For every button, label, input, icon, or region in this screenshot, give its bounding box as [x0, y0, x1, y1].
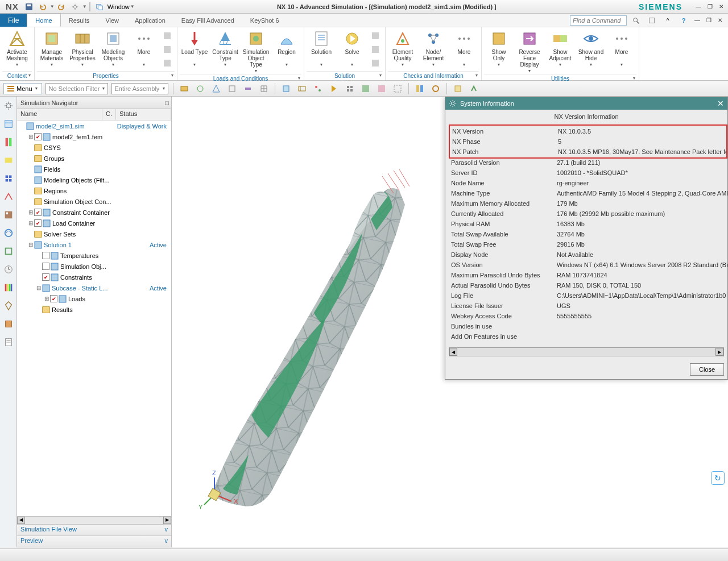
toolbar-icon[interactable] — [375, 82, 388, 95]
toolbar-icon[interactable] — [429, 82, 442, 95]
solve[interactable]: Solve▼ — [337, 28, 367, 68]
restore-button[interactable]: ❐ — [705, 3, 714, 11]
pin-icon[interactable]: □ — [165, 99, 169, 106]
tree-row[interactable]: Modeling Objects (Filt... — [17, 174, 171, 185]
tree-row[interactable]: Temperatures — [17, 250, 171, 261]
simulation-object-type[interactable]: Simulation Object Type▼ — [241, 28, 271, 74]
tab-easy-fill[interactable]: Easy Fill Advanced — [173, 14, 242, 27]
redo-icon[interactable] — [56, 1, 67, 13]
group-launcher[interactable]: ▾ — [171, 73, 173, 78]
rail-icon[interactable] — [2, 226, 15, 240]
rail-icon[interactable] — [2, 208, 15, 222]
toolbar-icon[interactable] — [413, 82, 426, 95]
show-adjacent[interactable]: Show Adjacent▼ — [545, 28, 575, 68]
gear-icon[interactable] — [2, 99, 15, 113]
find-command-input[interactable] — [570, 15, 627, 26]
toolbar-icon[interactable] — [344, 82, 356, 95]
tree-row[interactable]: ⊟Solution 1Active — [17, 239, 171, 250]
scroll-left-button[interactable]: ◀ — [449, 348, 457, 356]
expand-toggle[interactable]: ⊞ — [27, 220, 34, 226]
tree-row[interactable]: ⊞Load Container — [17, 218, 171, 228]
tree-row[interactable]: Results — [17, 304, 171, 315]
close-button[interactable]: Close — [690, 363, 724, 376]
dialog-close-icon[interactable]: ✕ — [717, 99, 724, 108]
rail-icon[interactable] — [2, 335, 15, 349]
checkbox[interactable] — [42, 263, 49, 270]
tree-row[interactable]: ⊞model2_fem1.fem — [17, 131, 171, 142]
rail-icon[interactable] — [2, 299, 15, 313]
rail-icon[interactable] — [2, 135, 15, 149]
rail-icon[interactable] — [2, 281, 15, 294]
expand-toggle[interactable]: ⊟ — [27, 242, 34, 248]
panel-preview[interactable]: Previewv — [17, 536, 171, 547]
manage-materials[interactable]: Manage Materials▼ — [37, 28, 67, 68]
solution[interactable]: Solution▼ — [307, 28, 336, 68]
small-ribbon-icon[interactable] — [369, 57, 382, 69]
small-ribbon-icon[interactable] — [161, 30, 173, 42]
tab-results[interactable]: Results — [61, 14, 98, 27]
toolbar-icon[interactable] — [328, 82, 340, 95]
rail-icon[interactable] — [2, 153, 15, 167]
tab-keyshot[interactable]: KeyShot 6 — [242, 14, 287, 27]
rail-icon[interactable] — [2, 317, 15, 331]
scroll-left-button[interactable]: ◀ — [17, 517, 25, 524]
checkbox[interactable] — [42, 252, 49, 259]
group-launcher[interactable]: ▾ — [379, 73, 382, 78]
toolbar-icon[interactable] — [242, 82, 254, 95]
nav-tab-icon[interactable] — [2, 117, 15, 131]
tree-row[interactable]: model2_sim1.simDisplayed & Work — [17, 120, 171, 131]
close-button[interactable]: ✕ — [717, 3, 726, 11]
tree-row[interactable]: Groups — [17, 153, 171, 164]
scroll-right-button[interactable]: ▶ — [163, 517, 171, 524]
toolbar-icon[interactable] — [391, 82, 404, 95]
group-launcher[interactable]: ▾ — [28, 73, 31, 78]
toolbar-icon[interactable] — [359, 82, 372, 95]
tree-row[interactable]: ⊞Loads — [17, 293, 171, 304]
navigator-tree[interactable]: model2_sim1.simDisplayed & Work⊞model2_f… — [17, 120, 171, 516]
small-ribbon-icon[interactable] — [161, 43, 173, 56]
region[interactable]: Region▼ — [272, 28, 301, 68]
tree-row[interactable]: Fields — [17, 164, 171, 174]
window-menu[interactable]: Window — [107, 3, 130, 10]
group-launcher[interactable]: ▾ — [633, 76, 635, 81]
group-launcher[interactable]: ▾ — [298, 76, 300, 81]
tab-application[interactable]: Application — [127, 14, 173, 27]
collapse-ribbon-icon[interactable]: ^ — [662, 15, 673, 26]
activate-meshing[interactable]: Activate Meshing▼ — [2, 28, 32, 68]
checkbox[interactable] — [34, 209, 42, 216]
toolbar-icon[interactable] — [258, 82, 270, 95]
recent-icon[interactable] — [646, 15, 657, 26]
menu-button[interactable]: Menu▼ — [3, 83, 42, 94]
rail-icon[interactable] — [2, 190, 15, 203]
clock-icon[interactable] — [2, 263, 15, 276]
modeling-objects[interactable]: Modeling Objects▼ — [98, 28, 128, 68]
window-icon[interactable] — [94, 1, 105, 13]
checkbox[interactable] — [50, 295, 57, 302]
undo-icon[interactable] — [37, 1, 48, 13]
toolbar-icon[interactable] — [210, 82, 222, 95]
tree-row[interactable]: Simulation Object Con... — [17, 196, 171, 207]
toolbar-icon[interactable] — [178, 82, 191, 95]
expand-toggle[interactable]: ⊞ — [27, 134, 34, 140]
checkbox[interactable] — [34, 133, 42, 140]
tree-row[interactable]: ⊟Subcase - Static L...Active — [17, 282, 171, 293]
dialog-titlebar[interactable]: System Information ✕ — [445, 97, 727, 110]
file-tab[interactable]: File — [0, 14, 27, 27]
selection-filter-dropdown[interactable]: No Selection Filter▼ — [46, 83, 108, 94]
search-icon[interactable] — [630, 15, 642, 26]
more-props[interactable]: More▼ — [129, 28, 159, 68]
element-quality[interactable]: Element Quality▼ — [388, 28, 417, 68]
scroll-right-button[interactable]: ▶ — [715, 348, 723, 356]
tree-row[interactable]: Simulation Obj... — [17, 261, 171, 272]
save-icon[interactable] — [23, 1, 35, 13]
horizontal-scrollbar[interactable]: ◀ ▶ — [449, 347, 724, 356]
touch-icon[interactable] — [69, 1, 81, 13]
dropdown-icon[interactable]: ▼ — [50, 4, 55, 9]
toolbar-icon[interactable] — [194, 82, 206, 95]
show-only[interactable]: Show Only▼ — [484, 28, 514, 68]
small-ribbon-icon[interactable] — [369, 30, 382, 42]
expand-toggle[interactable]: ⊞ — [43, 296, 50, 302]
physical-properties[interactable]: Physical Properties▼ — [68, 28, 97, 68]
dropdown-icon[interactable]: ▼ — [82, 4, 87, 9]
help-icon[interactable]: ? — [678, 15, 689, 26]
